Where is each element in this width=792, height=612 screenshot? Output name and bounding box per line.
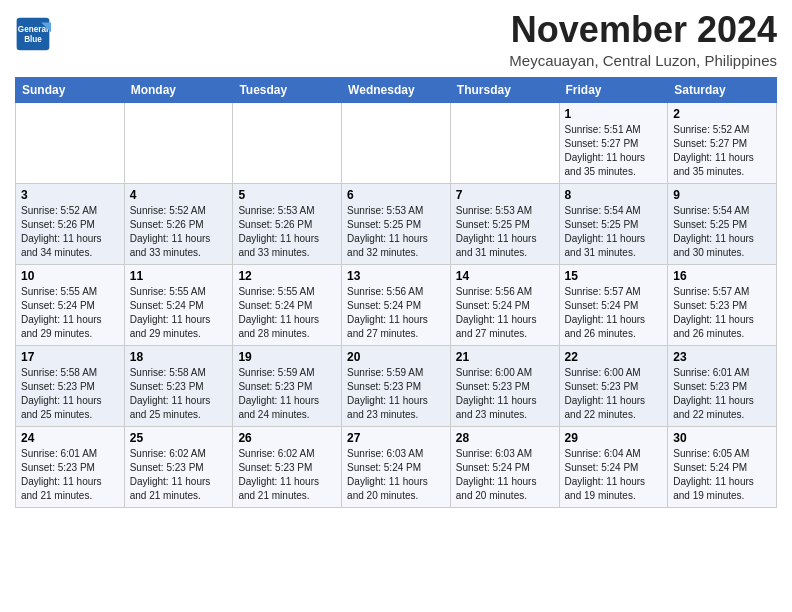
day-number: 19 [238,350,336,364]
day-number: 24 [21,431,119,445]
day-info: Sunrise: 5:58 AM Sunset: 5:23 PM Dayligh… [130,366,228,422]
calendar-cell: 2Sunrise: 5:52 AM Sunset: 5:27 PM Daylig… [668,102,777,183]
calendar-cell: 9Sunrise: 5:54 AM Sunset: 5:25 PM Daylig… [668,183,777,264]
day-info: Sunrise: 5:54 AM Sunset: 5:25 PM Dayligh… [565,204,663,260]
day-number: 29 [565,431,663,445]
day-info: Sunrise: 5:52 AM Sunset: 5:26 PM Dayligh… [130,204,228,260]
day-number: 6 [347,188,445,202]
weekday-header: Saturday [668,77,777,102]
svg-text:Blue: Blue [24,35,42,44]
day-number: 15 [565,269,663,283]
day-number: 4 [130,188,228,202]
day-info: Sunrise: 5:53 AM Sunset: 5:26 PM Dayligh… [238,204,336,260]
calendar-cell [124,102,233,183]
day-number: 26 [238,431,336,445]
day-number: 2 [673,107,771,121]
calendar-table: SundayMondayTuesdayWednesdayThursdayFrid… [15,77,777,508]
day-info: Sunrise: 6:03 AM Sunset: 5:24 PM Dayligh… [456,447,554,503]
day-number: 9 [673,188,771,202]
calendar-cell: 8Sunrise: 5:54 AM Sunset: 5:25 PM Daylig… [559,183,668,264]
calendar-cell: 18Sunrise: 5:58 AM Sunset: 5:23 PM Dayli… [124,345,233,426]
calendar-week-row: 1Sunrise: 5:51 AM Sunset: 5:27 PM Daylig… [16,102,777,183]
location-subtitle: Meycauayan, Central Luzon, Philippines [509,52,777,69]
calendar-cell: 28Sunrise: 6:03 AM Sunset: 5:24 PM Dayli… [450,426,559,507]
calendar-week-row: 17Sunrise: 5:58 AM Sunset: 5:23 PM Dayli… [16,345,777,426]
calendar-cell: 25Sunrise: 6:02 AM Sunset: 5:23 PM Dayli… [124,426,233,507]
calendar-cell: 19Sunrise: 5:59 AM Sunset: 5:23 PM Dayli… [233,345,342,426]
calendar-cell: 29Sunrise: 6:04 AM Sunset: 5:24 PM Dayli… [559,426,668,507]
day-number: 21 [456,350,554,364]
day-number: 13 [347,269,445,283]
calendar-cell: 27Sunrise: 6:03 AM Sunset: 5:24 PM Dayli… [342,426,451,507]
weekday-header: Sunday [16,77,125,102]
calendar-cell: 4Sunrise: 5:52 AM Sunset: 5:26 PM Daylig… [124,183,233,264]
day-number: 27 [347,431,445,445]
calendar-cell: 17Sunrise: 5:58 AM Sunset: 5:23 PM Dayli… [16,345,125,426]
day-info: Sunrise: 5:56 AM Sunset: 5:24 PM Dayligh… [347,285,445,341]
weekday-header: Monday [124,77,233,102]
day-info: Sunrise: 5:55 AM Sunset: 5:24 PM Dayligh… [21,285,119,341]
day-info: Sunrise: 6:01 AM Sunset: 5:23 PM Dayligh… [21,447,119,503]
day-info: Sunrise: 5:53 AM Sunset: 5:25 PM Dayligh… [456,204,554,260]
day-number: 12 [238,269,336,283]
day-number: 17 [21,350,119,364]
calendar-cell: 1Sunrise: 5:51 AM Sunset: 5:27 PM Daylig… [559,102,668,183]
calendar-cell: 12Sunrise: 5:55 AM Sunset: 5:24 PM Dayli… [233,264,342,345]
calendar-week-row: 10Sunrise: 5:55 AM Sunset: 5:24 PM Dayli… [16,264,777,345]
day-info: Sunrise: 6:03 AM Sunset: 5:24 PM Dayligh… [347,447,445,503]
month-title: November 2024 [509,10,777,50]
calendar-cell: 26Sunrise: 6:02 AM Sunset: 5:23 PM Dayli… [233,426,342,507]
day-info: Sunrise: 5:58 AM Sunset: 5:23 PM Dayligh… [21,366,119,422]
day-number: 1 [565,107,663,121]
day-info: Sunrise: 5:51 AM Sunset: 5:27 PM Dayligh… [565,123,663,179]
weekday-header: Thursday [450,77,559,102]
day-number: 11 [130,269,228,283]
calendar-cell: 13Sunrise: 5:56 AM Sunset: 5:24 PM Dayli… [342,264,451,345]
day-info: Sunrise: 5:55 AM Sunset: 5:24 PM Dayligh… [238,285,336,341]
calendar-cell: 7Sunrise: 5:53 AM Sunset: 5:25 PM Daylig… [450,183,559,264]
weekday-header-row: SundayMondayTuesdayWednesdayThursdayFrid… [16,77,777,102]
day-info: Sunrise: 6:02 AM Sunset: 5:23 PM Dayligh… [130,447,228,503]
calendar-cell: 22Sunrise: 6:00 AM Sunset: 5:23 PM Dayli… [559,345,668,426]
calendar-cell: 20Sunrise: 5:59 AM Sunset: 5:23 PM Dayli… [342,345,451,426]
calendar-cell [450,102,559,183]
day-info: Sunrise: 5:57 AM Sunset: 5:23 PM Dayligh… [673,285,771,341]
day-number: 8 [565,188,663,202]
day-number: 16 [673,269,771,283]
title-block: November 2024 Meycauayan, Central Luzon,… [509,10,777,69]
calendar-cell: 23Sunrise: 6:01 AM Sunset: 5:23 PM Dayli… [668,345,777,426]
calendar-cell: 30Sunrise: 6:05 AM Sunset: 5:24 PM Dayli… [668,426,777,507]
day-info: Sunrise: 5:59 AM Sunset: 5:23 PM Dayligh… [238,366,336,422]
day-info: Sunrise: 5:52 AM Sunset: 5:27 PM Dayligh… [673,123,771,179]
calendar-cell: 21Sunrise: 6:00 AM Sunset: 5:23 PM Dayli… [450,345,559,426]
day-info: Sunrise: 5:55 AM Sunset: 5:24 PM Dayligh… [130,285,228,341]
calendar-cell: 10Sunrise: 5:55 AM Sunset: 5:24 PM Dayli… [16,264,125,345]
day-number: 3 [21,188,119,202]
calendar-cell [342,102,451,183]
day-info: Sunrise: 5:59 AM Sunset: 5:23 PM Dayligh… [347,366,445,422]
weekday-header: Wednesday [342,77,451,102]
calendar-cell: 14Sunrise: 5:56 AM Sunset: 5:24 PM Dayli… [450,264,559,345]
day-info: Sunrise: 5:57 AM Sunset: 5:24 PM Dayligh… [565,285,663,341]
calendar-cell: 24Sunrise: 6:01 AM Sunset: 5:23 PM Dayli… [16,426,125,507]
day-info: Sunrise: 6:01 AM Sunset: 5:23 PM Dayligh… [673,366,771,422]
calendar-cell [16,102,125,183]
day-info: Sunrise: 5:56 AM Sunset: 5:24 PM Dayligh… [456,285,554,341]
weekday-header: Tuesday [233,77,342,102]
day-info: Sunrise: 5:52 AM Sunset: 5:26 PM Dayligh… [21,204,119,260]
logo-icon: General Blue [15,16,51,52]
calendar-cell: 15Sunrise: 5:57 AM Sunset: 5:24 PM Dayli… [559,264,668,345]
day-number: 23 [673,350,771,364]
day-info: Sunrise: 6:02 AM Sunset: 5:23 PM Dayligh… [238,447,336,503]
day-number: 22 [565,350,663,364]
day-info: Sunrise: 5:54 AM Sunset: 5:25 PM Dayligh… [673,204,771,260]
day-info: Sunrise: 6:00 AM Sunset: 5:23 PM Dayligh… [456,366,554,422]
svg-text:General: General [18,25,48,34]
day-info: Sunrise: 5:53 AM Sunset: 5:25 PM Dayligh… [347,204,445,260]
calendar-cell [233,102,342,183]
day-number: 18 [130,350,228,364]
calendar-cell: 11Sunrise: 5:55 AM Sunset: 5:24 PM Dayli… [124,264,233,345]
logo: General Blue [15,16,51,52]
day-number: 20 [347,350,445,364]
day-number: 14 [456,269,554,283]
